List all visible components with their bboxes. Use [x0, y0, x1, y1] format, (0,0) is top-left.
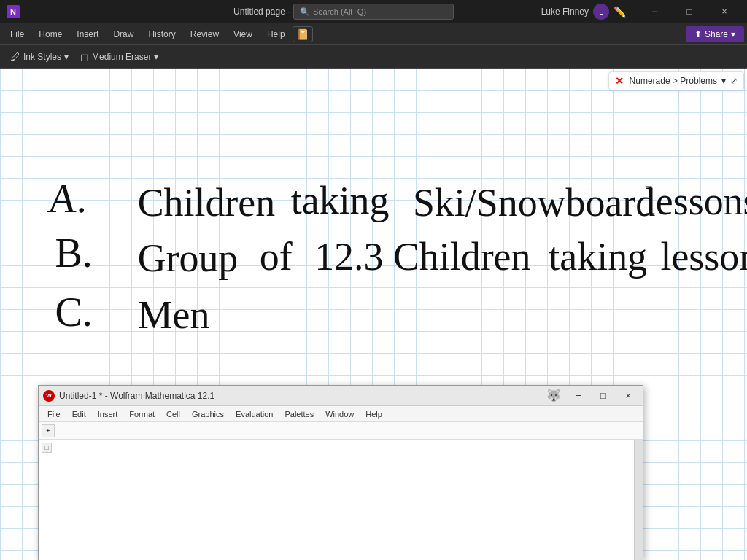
svg-text:lessons: lessons — [660, 235, 747, 279]
close-button[interactable]: × — [708, 0, 741, 23]
user-area: Luke Finney L ✏️ — [541, 4, 626, 20]
w-menu-cell[interactable]: Cell — [160, 406, 186, 422]
w-menu-window[interactable]: Window — [320, 406, 360, 422]
w-menu-format[interactable]: Format — [123, 406, 160, 422]
svg-text:Group: Group — [138, 236, 239, 280]
wolfram-main-area[interactable]: □ — [39, 440, 634, 560]
share-dropdown-icon: ▾ — [731, 29, 735, 39]
share-label: Share — [705, 29, 728, 39]
svg-text:Children: Children — [393, 235, 531, 279]
title-bar: N 🔍 Search (Alt+Q) Untitled page - OneNo… — [0, 0, 747, 23]
svg-text:N: N — [10, 7, 16, 16]
w-menu-edit[interactable]: Edit — [66, 406, 92, 422]
ink-styles-button[interactable]: 🖊 Ink Styles ▾ — [6, 50, 73, 64]
minimize-button[interactable]: − — [638, 0, 671, 23]
wolfram-toolbar: + — [39, 422, 643, 440]
toolbar: 🖊 Ink Styles ▾ ◻ Medium Eraser ▾ — [0, 45, 747, 69]
tab-review[interactable]: Review — [183, 23, 226, 45]
svg-text:12.3: 12.3 — [314, 235, 383, 279]
svg-text:Children: Children — [138, 181, 276, 225]
tab-home[interactable]: Home — [31, 23, 69, 45]
w-menu-insert[interactable]: Insert — [92, 406, 124, 422]
wolfram-title: Untitled-1 * - Wolfram Mathematica 12.1 — [59, 391, 539, 401]
svg-text:lessons: lessons — [645, 179, 747, 223]
tab-draw[interactable]: Draw — [106, 23, 141, 45]
ribbon: File Home Insert Draw History Review Vie… — [0, 23, 747, 45]
numerade-expand-icon[interactable]: ⤢ — [730, 76, 738, 86]
numerade-breadcrumb: Numerade > Problems — [630, 76, 717, 86]
search-box[interactable]: 🔍 Search (Alt+Q) — [293, 4, 454, 20]
wolfram-cell-marker: □ — [42, 443, 52, 453]
svg-text:C.: C. — [55, 289, 92, 335]
wolfram-icon-btn[interactable]: 🐺 — [543, 388, 564, 404]
tab-help[interactable]: Help — [260, 23, 293, 45]
svg-text:of: of — [260, 235, 293, 279]
tab-insert[interactable]: Insert — [69, 23, 106, 45]
svg-text:taking: taking — [291, 179, 390, 222]
wolfram-minimize-button[interactable]: − — [568, 388, 589, 404]
app-icon: N — [6, 4, 20, 19]
svg-text:B.: B. — [55, 230, 92, 276]
svg-text:Ski/Snowboard: Ski/Snowboard — [413, 181, 655, 225]
avatar-initial: L — [599, 8, 603, 16]
eraser-label: Medium Eraser — [92, 52, 151, 62]
share-icon: ⬆ — [694, 29, 702, 39]
w-menu-graphics[interactable]: Graphics — [186, 406, 230, 422]
window-title: Untitled page - OneNote — [26, 7, 535, 17]
notebook-button[interactable]: 📔 — [293, 26, 313, 42]
svg-text:Men: Men — [138, 293, 210, 337]
svg-text:taking: taking — [549, 235, 647, 279]
eraser-dropdown-icon: ▾ — [154, 52, 158, 62]
wolfram-titlebar: W Untitled-1 * - Wolfram Mathematica 12.… — [39, 386, 643, 406]
wolfram-menu: File Edit Insert Format Cell Graphics Ev… — [39, 406, 643, 422]
w-menu-file[interactable]: File — [42, 406, 66, 422]
search-icon: 🔍 — [300, 7, 310, 17]
maximize-button[interactable]: □ — [673, 0, 706, 23]
tab-history[interactable]: History — [141, 23, 182, 45]
wolfram-app-icon: W — [43, 390, 55, 402]
w-menu-help[interactable]: Help — [360, 406, 388, 422]
ink-styles-label: Ink Styles — [23, 52, 61, 62]
edit-icon[interactable]: ✏️ — [614, 6, 626, 18]
share-button[interactable]: ⬆ Share ▾ — [686, 26, 744, 42]
eraser-button[interactable]: ◻ Medium Eraser ▾ — [76, 50, 163, 64]
wolfram-maximize-button[interactable]: □ — [593, 388, 614, 404]
eraser-icon: ◻ — [80, 51, 89, 63]
window-controls: − □ × — [638, 0, 741, 23]
numerade-dropdown-icon[interactable]: ▾ — [721, 76, 726, 86]
wolfram-window[interactable]: W Untitled-1 * - Wolfram Mathematica 12.… — [38, 385, 643, 560]
wolfram-toolbar-icon[interactable]: + — [42, 424, 55, 438]
w-menu-evaluation[interactable]: Evaluation — [230, 406, 279, 422]
w-menu-palettes[interactable]: Palettes — [279, 406, 320, 422]
tab-file[interactable]: File — [3, 23, 31, 45]
numerade-close-icon[interactable]: ✕ — [615, 75, 624, 87]
wolfram-scrollbar[interactable] — [634, 440, 643, 560]
tab-view[interactable]: View — [226, 23, 260, 45]
wolfram-body: □ — [39, 440, 643, 560]
avatar: L — [593, 4, 609, 20]
wolfram-close-button[interactable]: × — [618, 388, 638, 404]
ink-styles-dropdown-icon: ▾ — [64, 52, 69, 62]
ink-styles-icon: 🖊 — [10, 51, 20, 63]
svg-text:A.: A. — [46, 176, 90, 221]
numerade-panel[interactable]: ✕ Numerade > Problems ▾ ⤢ — [608, 71, 744, 90]
user-name: Luke Finney — [541, 7, 589, 17]
search-placeholder: Search (Alt+Q) — [313, 7, 366, 16]
